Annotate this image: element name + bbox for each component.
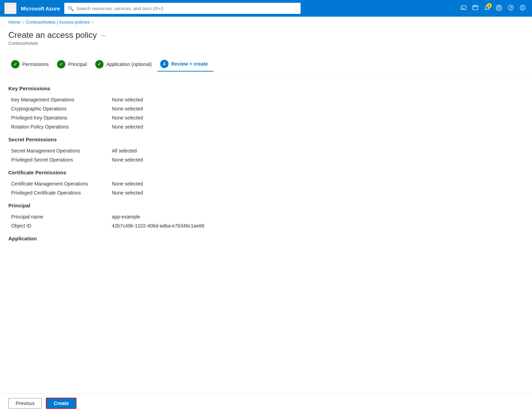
step-label-principal: Principal — [68, 61, 87, 67]
table-row: Privileged Certificate Operations None s… — [8, 190, 524, 196]
application-title: Application — [8, 236, 524, 241]
table-row: Privileged Key Operations None selected — [8, 115, 524, 121]
principal-title: Principal — [8, 203, 524, 208]
breadcrumb-home[interactable]: Home — [8, 19, 21, 25]
wizard-steps: ✓ Permissions ✓ Principal ✓ Application … — [0, 51, 532, 74]
breadcrumb-parent[interactable]: ContosoHotels | Access policies — [26, 19, 90, 25]
step-label-permissions: Permissions — [22, 61, 49, 67]
main-content: Key Permissions Key Management Operation… — [0, 74, 532, 276]
cert-mgmt-label: Certificate Management Operations — [11, 181, 112, 187]
secret-mgmt-value: All selected — [112, 148, 137, 154]
principal-name-label: Principal name — [11, 214, 112, 220]
table-row: Object ID 42b7c49b-1102-406d-a4ba-e7b346… — [8, 223, 524, 229]
settings-button[interactable] — [494, 2, 504, 14]
priv-key-label: Privileged Key Operations — [11, 115, 112, 121]
rotation-value: None selected — [112, 124, 143, 130]
priv-cert-label: Privileged Certificate Operations — [11, 190, 112, 196]
priv-key-value: None selected — [112, 115, 143, 121]
wizard-step-permissions[interactable]: ✓ Permissions — [8, 57, 54, 71]
wizard-step-review[interactable]: 4 Review + create — [157, 57, 213, 72]
page-subtitle: ContosoHotels — [8, 41, 524, 46]
breadcrumb: Home › ContosoHotels | Access policies › — [0, 17, 532, 27]
table-row: Key Management Operations None selected — [8, 97, 524, 102]
svg-rect-0 — [461, 6, 466, 10]
key-mgmt-value: None selected — [112, 97, 143, 102]
nav-icon-group: 1 ? — [458, 2, 528, 14]
crypto-ops-label: Cryptographic Operations — [11, 106, 112, 111]
search-input[interactable] — [76, 6, 297, 11]
svg-point-7 — [498, 7, 500, 8]
application-section: Application — [8, 236, 524, 241]
page-title: Create an access policy — [8, 30, 97, 40]
secret-mgmt-label: Secret Management Operations — [11, 148, 112, 154]
cert-mgmt-value: None selected — [112, 181, 143, 187]
breadcrumb-separator-2: › — [92, 20, 93, 25]
wizard-step-principal[interactable]: ✓ Principal — [54, 57, 92, 71]
svg-rect-2 — [473, 6, 478, 10]
svg-point-11 — [522, 7, 522, 8]
step-icon-review: 4 — [160, 60, 169, 68]
object-id-label: Object ID — [11, 223, 112, 229]
help-button[interactable]: ? — [506, 2, 516, 14]
rotation-label: Rotation Policy Operations — [11, 124, 112, 130]
secret-permissions-title: Secret Permissions — [8, 137, 524, 142]
cloud-shell-button[interactable] — [458, 2, 469, 14]
certificate-permissions-section: Certificate Permissions Certificate Mana… — [8, 170, 524, 196]
wizard-step-application[interactable]: ✓ Application (optional) — [92, 57, 157, 71]
crypto-ops-value: None selected — [112, 106, 143, 111]
top-navigation: ☰ Microsoft Azure 🔍 1 ? — [0, 0, 532, 17]
principal-section: Principal Principal name app-example Obj… — [8, 203, 524, 229]
step-icon-principal: ✓ — [57, 60, 65, 68]
priv-secret-value: None selected — [112, 157, 143, 163]
step-icon-application: ✓ — [95, 60, 104, 68]
app-title: Microsoft Azure — [21, 6, 60, 11]
key-permissions-title: Key Permissions — [8, 85, 524, 91]
priv-cert-value: None selected — [112, 190, 143, 196]
table-row: Secret Management Operations All selecte… — [8, 148, 524, 154]
breadcrumb-separator-1: › — [23, 20, 24, 25]
table-row: Rotation Policy Operations None selected — [8, 124, 524, 130]
notifications-button[interactable]: 1 — [482, 2, 492, 14]
svg-point-10 — [520, 5, 525, 10]
svg-text:?: ? — [510, 6, 512, 10]
table-row: Privileged Secret Operations None select… — [8, 157, 524, 163]
search-bar[interactable]: 🔍 — [64, 3, 301, 14]
hamburger-menu-button[interactable]: ☰ — [4, 2, 17, 14]
step-icon-permissions: ✓ — [11, 60, 19, 68]
table-row: Certificate Management Operations None s… — [8, 181, 524, 187]
table-row: Principal name app-example — [8, 214, 524, 220]
search-icon: 🔍 — [68, 6, 74, 11]
svg-point-12 — [523, 7, 524, 8]
step-label-application: Application (optional) — [106, 61, 152, 67]
table-row: Cryptographic Operations None selected — [8, 106, 524, 111]
key-permissions-section: Key Permissions Key Management Operation… — [8, 85, 524, 130]
certificate-permissions-title: Certificate Permissions — [8, 170, 524, 175]
key-mgmt-label: Key Management Operations — [11, 97, 112, 102]
portal-settings-button[interactable] — [470, 2, 481, 14]
page-header: Create an access policy ··· ContosoHotel… — [0, 27, 532, 51]
secret-permissions-section: Secret Permissions Secret Management Ope… — [8, 137, 524, 163]
object-id-value: 42b7c49b-1102-406d-a4ba-e7b346c1ae66 — [112, 223, 204, 229]
feedback-button[interactable] — [517, 2, 528, 14]
notification-count: 1 — [487, 3, 492, 8]
step-label-review: Review + create — [171, 61, 208, 67]
principal-name-value: app-example — [112, 214, 140, 220]
priv-secret-label: Privileged Secret Operations — [11, 157, 112, 163]
page-options-button[interactable]: ··· — [100, 31, 106, 39]
